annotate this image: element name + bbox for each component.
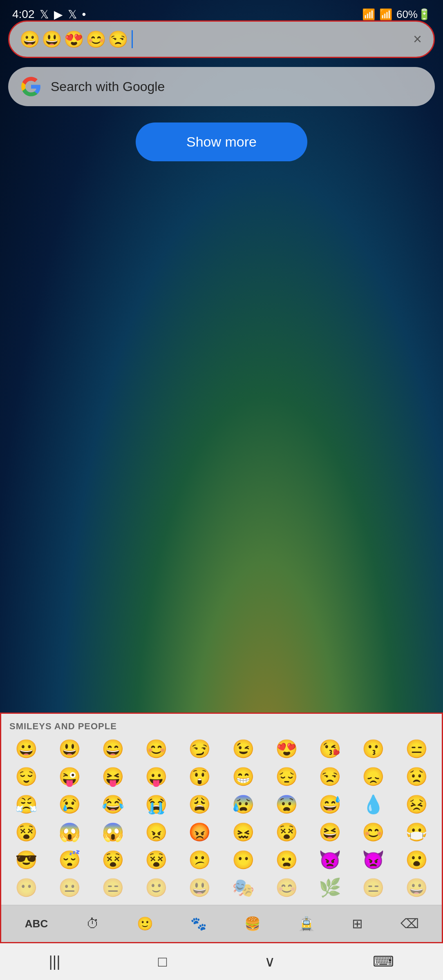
emoji-cell[interactable]: 😑 [353,875,394,901]
youtube-icon: ▶ [54,8,63,21]
emoji-cell[interactable]: 😶 [5,875,47,901]
emoji-cell[interactable]: 😔 [266,764,307,790]
emoji-cell[interactable]: 😜 [49,764,90,790]
travel-category-button[interactable]: 🚊 [292,913,321,935]
show-more-button[interactable]: Show more [136,122,307,161]
google-logo [20,76,42,97]
status-left: 4:02 𝕏 ▶ 𝕏 • [12,8,86,21]
emoji-cell[interactable]: 😵 [92,847,134,873]
emoji-input-5: 😒 [108,31,128,47]
keyboard-bottom-bar: ABC ⏱ 🙂 🐾 🍔 🚊 ⊞ ⌫ [1,905,442,942]
emoji-cell[interactable]: 😑 [92,875,134,901]
emoji-cell[interactable]: 😨 [266,791,307,817]
emoji-cell[interactable]: 😀 [5,736,47,762]
emoji-cell[interactable]: 😢 [49,791,90,817]
emoji-input-2: 😃 [42,31,62,47]
emoji-cell[interactable]: 😘 [309,736,351,762]
emoji-cell[interactable]: 😏 [179,736,221,762]
emoji-cell[interactable]: 😄 [92,736,134,762]
emoji-cell[interactable]: 😕 [179,847,221,873]
emoji-cell[interactable]: 😩 [179,791,221,817]
time-display: 4:02 [12,8,35,21]
emoji-input-3: 😍 [64,31,84,47]
emoji-cell[interactable]: 😌 [5,764,47,790]
emoji-input-1: 😀 [20,31,40,47]
search-input-container[interactable]: 😀 😃 😍 😊 😒 × [8,20,435,58]
signal-icon: 📶 [379,8,392,21]
recent-apps-button[interactable]: ∨ [252,949,287,974]
emoji-cell[interactable]: 😠 [136,819,177,845]
emoji-cell[interactable]: 😍 [266,736,307,762]
emoji-keyboard: SMILEYS AND PEOPLE 😀 😃 😄 😊 😏 😉 😍 😘 😗 😑 😌… [0,713,443,943]
emoji-cell[interactable]: 😵 [266,819,307,845]
emoji-grid: 😀 😃 😄 😊 😏 😉 😍 😘 😗 😑 😌 😜 😝 😛 😲 😁 😔 😒 😞 😟 … [1,736,442,905]
text-cursor [132,30,133,48]
emoji-cell[interactable]: 😟 [396,764,438,790]
emoji-cell[interactable]: 😃 [179,875,221,901]
emoji-cell[interactable]: 😭 [136,791,177,817]
emoji-cell[interactable]: 😶 [222,847,264,873]
emoji-cell[interactable]: 😑 [396,736,438,762]
twitter-icon-1: 𝕏 [40,8,49,21]
emoji-cell[interactable]: 😡 [179,819,221,845]
nav-bar: ||| □ ∨ ⌨ [0,943,443,980]
emoji-cell[interactable]: 😉 [222,736,264,762]
google-search-suggestion[interactable]: Search with Google [8,67,435,106]
emoji-input-area[interactable]: 😀 😃 😍 😊 😒 [20,30,412,48]
battery-display: 60%🔋 [396,8,431,21]
emoji-cell[interactable]: 😱 [92,819,134,845]
emoji-cell[interactable]: 👿 [353,847,394,873]
emoji-cell[interactable]: 😷 [396,819,438,845]
back-button[interactable]: ||| [37,949,73,974]
emoji-cell[interactable]: 😣 [396,791,438,817]
emoji-cell[interactable]: 🙂 [136,875,177,901]
emoji-cell[interactable]: 😂 [92,791,134,817]
twitter-icon-2: 𝕏 [68,8,77,21]
wifi-icon: 📶 [362,8,375,21]
emoji-cell[interactable]: 😖 [222,819,264,845]
emoji-cell[interactable]: 😆 [309,819,351,845]
status-right: 📶 📶 60%🔋 [362,8,431,21]
emoji-cell[interactable]: 😎 [5,847,47,873]
emoji-cell[interactable]: 🌿 [309,875,351,901]
emoji-input-4: 😊 [86,31,106,47]
emoji-cell[interactable]: 💧 [353,791,394,817]
emoji-cell[interactable]: 😝 [92,764,134,790]
emoji-cell[interactable]: 😵 [5,819,47,845]
emoji-cell[interactable]: 🎭 [222,875,264,901]
recent-emoji-button[interactable]: ⏱ [80,913,106,935]
abc-button[interactable]: ABC [18,914,55,933]
emoji-cell[interactable]: 😊 [266,875,307,901]
emoji-cell[interactable]: 😮 [396,847,438,873]
emoji-cell[interactable]: 😞 [353,764,394,790]
emoji-category-label: SMILEYS AND PEOPLE [1,714,442,736]
emoji-cell[interactable]: 😵 [136,847,177,873]
backspace-button[interactable]: ⌫ [394,913,425,935]
smiley-category-button[interactable]: 🙂 [130,913,160,935]
emoji-cell[interactable]: 👿 [309,847,351,873]
emoji-cell[interactable]: 😊 [353,819,394,845]
emoji-cell[interactable]: 😛 [136,764,177,790]
home-button[interactable]: □ [146,949,179,974]
nature-category-button[interactable]: 🐾 [184,913,213,935]
emoji-cell[interactable]: 😅 [309,791,351,817]
emoji-cell[interactable]: 😗 [353,736,394,762]
emoji-cell[interactable]: 😴 [49,847,90,873]
emoji-cell[interactable]: 😁 [222,764,264,790]
dot-icon: • [82,8,86,21]
emoji-cell[interactable]: 😦 [266,847,307,873]
emoji-cell[interactable]: 😒 [309,764,351,790]
emoji-cell[interactable]: 😲 [179,764,221,790]
objects-category-button[interactable]: ⊞ [345,913,369,935]
emoji-cell[interactable]: 😀 [396,875,438,901]
search-area: 😀 😃 😍 😊 😒 × Search with Google Show more [8,20,435,161]
emoji-cell[interactable]: 😱 [49,819,90,845]
clear-button[interactable]: × [412,29,423,49]
food-category-button[interactable]: 🍔 [238,913,267,935]
emoji-cell[interactable]: 😰 [222,791,264,817]
emoji-cell[interactable]: 😐 [49,875,90,901]
keyboard-toggle-button[interactable]: ⌨ [360,949,406,974]
emoji-cell[interactable]: 😤 [5,791,47,817]
emoji-cell[interactable]: 😊 [136,736,177,762]
emoji-cell[interactable]: 😃 [49,736,90,762]
